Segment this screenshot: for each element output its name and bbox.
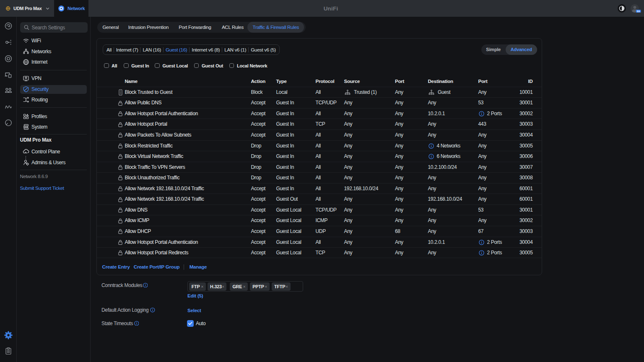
svg-text:EA: EA [637, 10, 640, 13]
